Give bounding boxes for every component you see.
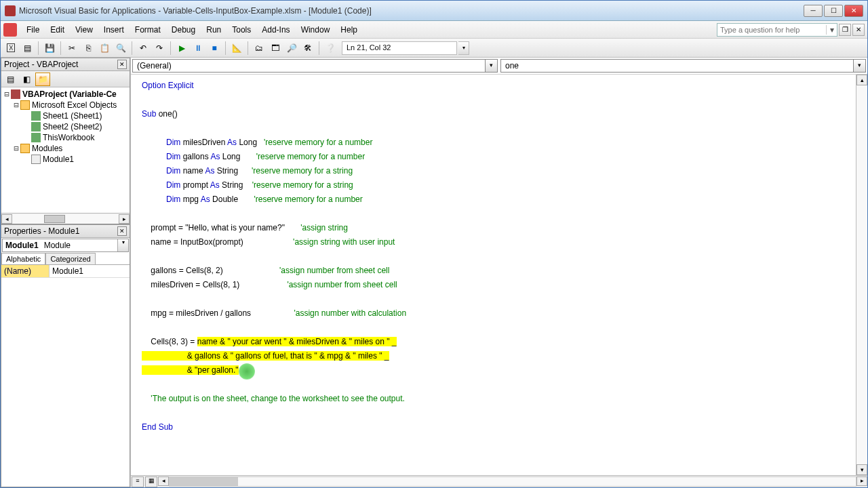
menu-debug[interactable]: Debug	[166, 23, 201, 37]
help-input[interactable]	[717, 26, 826, 34]
title-bar: Microsoft Visual Basic for Applications …	[1, 1, 867, 21]
save-icon[interactable]: 💾	[42, 41, 57, 56]
properties-icon[interactable]: 🗔	[268, 41, 283, 56]
position-dropdown-icon[interactable]: ▾	[458, 41, 469, 55]
project-tree[interactable]: ⊟VBAProject (Variable-Ce ⊟Microsoft Exce…	[1, 87, 130, 213]
project-panel-close-icon[interactable]: ✕	[117, 60, 127, 69]
help-search[interactable]: ▾	[717, 23, 837, 37]
menu-tools[interactable]: Tools	[226, 23, 256, 37]
paste-icon[interactable]: 📋	[97, 41, 112, 56]
close-child-button[interactable]: ✕	[852, 24, 865, 36]
minimize-button[interactable]: ─	[804, 5, 823, 17]
run-icon[interactable]: ▶	[174, 41, 189, 56]
close-button[interactable]: ✕	[844, 5, 863, 17]
menu-bar: File Edit View Insert Format Debug Run T…	[1, 21, 867, 39]
menu-run[interactable]: Run	[201, 23, 226, 37]
menu-edit[interactable]: Edit	[45, 23, 70, 37]
break-icon[interactable]: ⏸	[191, 41, 205, 56]
reset-icon[interactable]: ■	[207, 41, 222, 56]
view-object-icon[interactable]: ◧	[19, 73, 34, 86]
help-icon[interactable]: ❔	[323, 41, 338, 56]
properties-object-select[interactable]: Module1 Module ▾	[2, 239, 129, 252]
maximize-button[interactable]: ☐	[824, 5, 843, 17]
menu-insert[interactable]: Insert	[98, 23, 130, 37]
view-excel-icon[interactable]: 🅇	[3, 41, 18, 56]
object-dropdown[interactable]: (General)▾	[132, 59, 498, 73]
code-editor[interactable]: Option Explicit Sub one() Dim milesDrive…	[131, 75, 856, 475]
property-row[interactable]: (Name) Module1	[1, 265, 130, 278]
toggle-folders-icon[interactable]: 📁	[35, 73, 50, 86]
vba-logo-icon	[3, 23, 17, 37]
app-icon	[5, 5, 16, 16]
menu-view[interactable]: View	[70, 23, 98, 37]
toolbar: 🅇 ▤ 💾 ✂ ⎘ 📋 🔍 ↶ ↷ ▶ ⏸ ■ 📐 🗂 🗔 🔎 🛠 ❔ Ln 2…	[1, 39, 867, 58]
project-hscroll[interactable]: ◂▸	[1, 213, 130, 224]
view-code-icon[interactable]: ▤	[3, 73, 18, 86]
project-explorer-icon[interactable]: 🗂	[252, 41, 267, 56]
cut-icon[interactable]: ✂	[64, 41, 79, 56]
object-browser-icon[interactable]: 🔎	[284, 41, 299, 56]
menu-window[interactable]: Window	[296, 23, 336, 37]
properties-panel-header: Properties - Module1 ✕	[1, 225, 130, 238]
restore-child-button[interactable]: ❐	[839, 24, 851, 36]
properties-panel-close-icon[interactable]: ✕	[117, 226, 127, 236]
design-mode-icon[interactable]: 📐	[229, 41, 244, 56]
procedure-dropdown[interactable]: one▾	[500, 59, 866, 73]
code-vscroll[interactable]: ▴▾	[856, 75, 867, 475]
toolbox-icon[interactable]: 🛠	[300, 41, 315, 56]
insert-module-icon[interactable]: ▤	[20, 41, 35, 56]
menu-format[interactable]: Format	[130, 23, 166, 37]
procedure-view-icon[interactable]: ≡	[132, 476, 144, 487]
project-panel-header: Project - VBAProject ✕	[1, 58, 130, 71]
full-module-view-icon[interactable]: ▦	[145, 476, 157, 487]
tab-alphabetic[interactable]: Alphabetic	[1, 253, 45, 264]
menu-help[interactable]: Help	[335, 23, 363, 37]
cursor-position: Ln 21, Col 32	[342, 41, 457, 55]
redo-icon[interactable]: ↷	[152, 41, 167, 56]
text-cursor-icon	[239, 363, 255, 380]
code-hscroll[interactable]: ◂ ▸	[158, 476, 867, 487]
menu-file[interactable]: File	[21, 23, 45, 37]
copy-icon[interactable]: ⎘	[81, 41, 96, 56]
window-title: Microsoft Visual Basic for Applications …	[19, 6, 804, 16]
tab-categorized[interactable]: Categorized	[45, 253, 95, 264]
help-dropdown-icon[interactable]: ▾	[826, 25, 837, 35]
undo-icon[interactable]: ↶	[136, 41, 151, 56]
find-icon[interactable]: 🔍	[113, 41, 128, 56]
menu-addins[interactable]: Add-Ins	[256, 23, 295, 37]
